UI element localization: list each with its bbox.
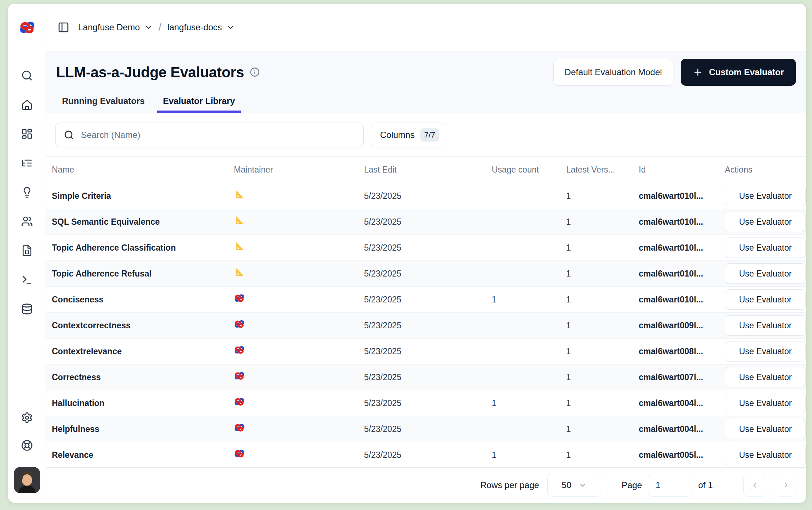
last-edit-cell: 5/23/2025 (364, 347, 492, 356)
evaluator-name: Hallucination (52, 398, 234, 408)
use-evaluator-button[interactable]: Use Evaluator (725, 263, 806, 284)
evaluator-name: Correctness (52, 372, 234, 382)
last-edit-cell: 5/23/2025 (364, 450, 492, 460)
maintainer-cell (234, 397, 364, 409)
breadcrumb-project[interactable]: langfuse-docs (167, 22, 235, 32)
lifebuoy-icon (21, 440, 33, 451)
info-button[interactable] (250, 67, 260, 77)
latest-version-cell: 1 (566, 424, 639, 434)
langfuse-icon (234, 397, 245, 409)
column-header-name: Name (52, 165, 234, 175)
use-evaluator-button[interactable]: Use Evaluator (725, 289, 806, 310)
maintainer-cell (234, 215, 364, 228)
ragas-icon (234, 267, 245, 279)
table-row[interactable]: Simple Criteria 5/23/2025 1 (46, 183, 806, 209)
evaluator-name: Contextcorrectness (52, 321, 234, 331)
last-edit-cell: 5/23/2025 (364, 398, 492, 408)
columns-label: Columns (380, 130, 415, 140)
maintainer-cell (234, 267, 364, 280)
use-evaluator-button[interactable]: Use Evaluator (725, 419, 806, 439)
columns-button[interactable]: Columns 7/7 (371, 123, 448, 147)
rows-per-page-select[interactable]: 50 (547, 474, 601, 497)
table-row[interactable]: Contextrelevance 5/23/2025 1 (46, 339, 806, 364)
maintainer-cell (234, 345, 364, 357)
sidebar-item-tracing[interactable] (21, 157, 33, 169)
sidebar-item-search[interactable] (21, 69, 33, 82)
custom-evaluator-label: Custom Evaluator (709, 67, 784, 77)
columns-count-badge: 7/7 (420, 128, 440, 142)
chevron-down-icon (579, 481, 587, 489)
search-icon (64, 130, 74, 140)
tab-running-evaluators[interactable]: Running Evaluators (56, 96, 151, 113)
sidebar-item-users[interactable] (21, 215, 33, 228)
use-evaluator-button[interactable]: Use Evaluator (725, 445, 806, 465)
latest-version-cell: 1 (566, 450, 639, 460)
default-evaluation-model-button[interactable]: Default Evaluation Model (553, 59, 673, 86)
page-title: LLM-as-a-Judge Evaluators (56, 64, 244, 81)
evaluator-name: Topic Adherence Classification (52, 243, 234, 253)
chevron-right-icon (782, 481, 790, 489)
column-header-last-edit: Last Edit (364, 165, 492, 175)
use-evaluator-button[interactable]: Use Evaluator (725, 341, 806, 362)
langfuse-logo[interactable] (19, 4, 35, 51)
maintainer-cell (234, 241, 364, 254)
database-icon (21, 303, 33, 315)
sidebar-item-dashboards[interactable] (21, 128, 33, 140)
user-avatar[interactable] (14, 467, 40, 493)
sidebar-item-prompts[interactable] (21, 274, 33, 286)
table-row[interactable]: Correctness 5/23/2025 1 cm (46, 364, 806, 390)
next-page-button[interactable] (775, 474, 797, 497)
maintainer-cell (234, 449, 364, 461)
last-edit-cell: 5/23/2025 (364, 321, 492, 331)
table-row[interactable]: SQL Semantic Equivalence 5/23/2025 (46, 209, 806, 235)
latest-version-cell: 1 (566, 347, 639, 356)
langfuse-icon (234, 371, 245, 383)
table-toolbar: Columns 7/7 (46, 113, 806, 156)
main-area: Langfuse Demo / langfuse-docs LLM-as-a-J… (46, 4, 806, 503)
table-row[interactable]: Conciseness 5/23/2025 1 1 c (46, 287, 806, 313)
langfuse-icon (234, 345, 245, 357)
latest-version-cell: 1 (566, 243, 639, 253)
table-row[interactable]: Topic Adherence Classification 5/23/202 (46, 235, 806, 261)
evaluator-id: cmal6wart010l... (639, 269, 725, 279)
use-evaluator-button[interactable]: Use Evaluator (725, 393, 806, 413)
use-evaluator-button[interactable]: Use Evaluator (725, 315, 806, 336)
sidebar-toggle-button[interactable] (57, 21, 70, 34)
table-row[interactable]: Relevance 5/23/2025 1 1 cma (46, 442, 806, 467)
evaluator-name: Simple Criteria (52, 191, 234, 201)
use-evaluator-button[interactable]: Use Evaluator (725, 367, 806, 387)
layout-dashboard-icon (21, 128, 33, 140)
usage-count-cell: 1 (492, 398, 566, 408)
use-evaluator-button[interactable]: Use Evaluator (725, 237, 806, 258)
evaluator-id: cmal6wart004l... (639, 424, 725, 434)
previous-page-button[interactable] (743, 474, 766, 497)
sidebar-item-home[interactable] (21, 98, 33, 111)
breadcrumb-org[interactable]: Langfuse Demo (78, 22, 152, 32)
table-row[interactable]: Topic Adherence Refusal 5/23/2025 (46, 261, 806, 287)
langfuse-logo-icon (19, 21, 35, 34)
search-input[interactable] (80, 130, 355, 140)
avatar-image (14, 467, 40, 493)
content-area: Columns 7/7 Name Maintainer Last Edit Us… (46, 113, 806, 503)
sidebar-item-support[interactable] (21, 439, 33, 452)
table-row[interactable]: Hallucination 5/23/2025 1 1 (46, 390, 806, 416)
sidebar-item-playground[interactable] (21, 244, 33, 257)
use-evaluator-button[interactable]: Use Evaluator (725, 212, 806, 232)
sidebar-item-datasets[interactable] (21, 303, 33, 315)
evaluator-id: cmal6wart004l... (639, 398, 725, 408)
tab-evaluator-library[interactable]: Evaluator Library (157, 96, 241, 113)
sidebar-item-settings[interactable] (21, 412, 33, 424)
column-header-actions: Actions (725, 165, 806, 175)
table-row[interactable]: Helpfulness 5/23/2025 1 cm (46, 416, 806, 442)
evaluator-name: Helpfulness (52, 424, 234, 434)
use-evaluator-button[interactable]: Use Evaluator (725, 186, 806, 206)
custom-evaluator-button[interactable]: Custom Evaluator (681, 59, 796, 86)
page-number-input[interactable] (648, 474, 692, 497)
sidebar (8, 4, 46, 503)
sidebar-item-evaluation[interactable] (21, 186, 33, 198)
evaluator-name: Contextrelevance (52, 347, 234, 356)
langfuse-icon (234, 320, 245, 331)
last-edit-cell: 5/23/2025 (364, 424, 492, 434)
table-row[interactable]: Contextcorrectness 5/23/2025 1 (46, 313, 806, 339)
tab-bar: Running Evaluators Evaluator Library (56, 96, 796, 113)
